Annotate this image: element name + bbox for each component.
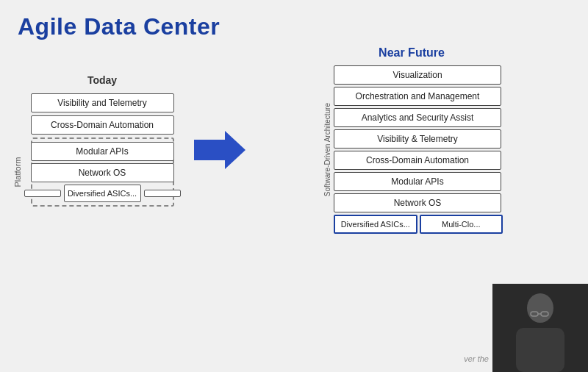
future-box-apis: Modular APIs (334, 172, 501, 191)
presenter-image (492, 284, 588, 372)
future-box-orchestration: Orchestration and Management (334, 87, 501, 106)
future-box-multicloud: Multi-Clo... (420, 215, 503, 234)
svg-rect-2 (516, 328, 564, 372)
near-future-column: Near Future Software-Driven Architecture… (253, 46, 570, 234)
near-future-label: Near Future (379, 46, 445, 60)
slide-title: Agile Data Center (18, 13, 570, 40)
today-box-automation: Cross-Domain Automation (31, 115, 174, 135)
platform-label: Platform (13, 157, 22, 187)
future-box-visibility: Visibility & Telemetry (334, 129, 501, 149)
future-bottom-row: Diversified ASICs... Multi-Clo... (334, 215, 503, 234)
arrow-column (187, 107, 253, 174)
arrow-shape (194, 129, 245, 174)
future-box-netos: Network OS (334, 193, 501, 212)
today-box-asics: Diversified ASICs... (64, 185, 141, 202)
future-diagram: Software-Driven Architecture Visualizati… (320, 65, 503, 234)
platform-inner: Modular APIs Network OS Diversified ASIC… (35, 142, 170, 202)
future-box-crossdomain: Cross-Domain Automation (334, 151, 501, 170)
main-columns: Today Visibility and Telemetry Cross-Dom… (18, 46, 570, 234)
today-diagram: Visibility and Telemetry Cross-Domain Au… (25, 93, 179, 207)
platform-bottom-row: Diversified ASICs... (24, 185, 181, 202)
overlay-text: ver the (464, 354, 489, 363)
slide: Agile Data Center Today Visibility and T… (0, 0, 588, 372)
sda-label: Software-Driven Architecture (323, 103, 331, 196)
sda-label-col: Software-Driven Architecture (320, 65, 334, 234)
future-box-analytics: Analytics and Security Assist (334, 108, 501, 127)
today-box-asic-right (144, 190, 181, 197)
today-box-apis: Modular APIs (31, 142, 174, 161)
today-box-visibility: Visibility and Telemetry (31, 93, 174, 112)
today-box-netos: Network OS (31, 163, 174, 182)
today-column: Today Visibility and Telemetry Cross-Dom… (18, 74, 187, 207)
svg-point-1 (527, 293, 553, 323)
today-box-asic-left (24, 190, 61, 197)
future-boxes: Visualization Orchestration and Manageme… (334, 65, 503, 234)
today-label: Today (87, 74, 117, 86)
platform-group: Modular APIs Network OS Diversified ASIC… (31, 137, 174, 207)
svg-marker-0 (194, 131, 245, 169)
future-box-visualization: Visualization (334, 65, 501, 85)
future-box-asics: Diversified ASICs... (334, 215, 417, 234)
